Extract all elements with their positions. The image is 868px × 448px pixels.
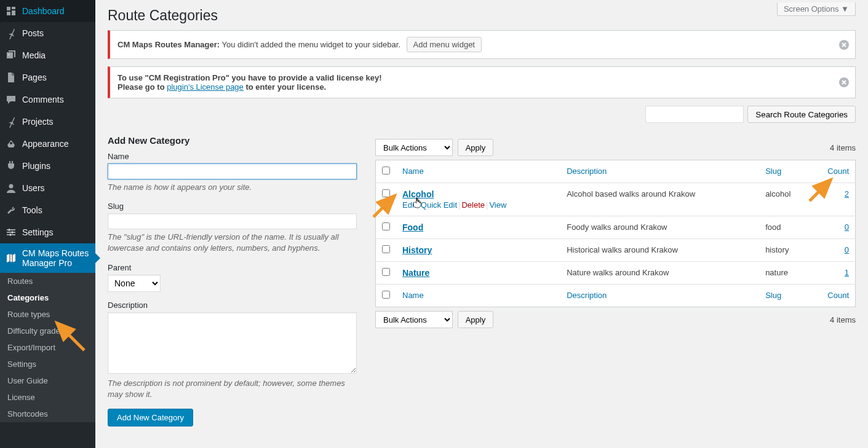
row-title-link[interactable]: Food: [402, 222, 423, 232]
menu-label: Appearance: [22, 139, 69, 149]
bulk-actions-select-bottom[interactable]: Bulk Actions: [375, 311, 453, 328]
submenu-item-routes[interactable]: Routes: [0, 273, 95, 289]
dismiss-notice-icon[interactable]: [838, 39, 850, 51]
row-checkbox[interactable]: [382, 189, 390, 197]
edit-link[interactable]: Edit: [402, 200, 416, 210]
description-textarea[interactable]: [108, 312, 357, 374]
col-name[interactable]: Name: [396, 285, 560, 307]
submenu-item-route-types[interactable]: Route types: [0, 306, 95, 323]
apply-button-top[interactable]: Apply: [458, 139, 494, 156]
row-count-link[interactable]: 0: [845, 245, 849, 254]
row-title-link[interactable]: Nature: [402, 268, 429, 278]
row-title-link[interactable]: Alcohol: [402, 189, 434, 199]
svg-rect-8: [10, 234, 11, 236]
select-all-bottom[interactable]: [382, 291, 390, 299]
row-checkbox[interactable]: [382, 245, 390, 253]
row-count-link[interactable]: 0: [845, 222, 849, 232]
row-description: Historical walks around Krakow: [560, 239, 759, 262]
name-hint: The name is how it appears on your site.: [108, 182, 357, 193]
row-slug: alcohol: [759, 183, 812, 216]
submenu-item-license[interactable]: License: [0, 389, 95, 406]
row-count-link[interactable]: 1: [845, 268, 849, 277]
view-link[interactable]: View: [489, 200, 506, 210]
submenu-item-settings[interactable]: Settings: [0, 356, 95, 372]
menu-label: Pages: [22, 73, 47, 82]
notice-license: To use "CM Registration Pro" you have to…: [108, 66, 856, 98]
menu-item-media[interactable]: Media: [0, 44, 95, 66]
form-heading: Add New Category: [108, 135, 357, 146]
row-count-link[interactable]: 2: [845, 189, 849, 198]
menu-item-posts[interactable]: Posts: [0, 22, 95, 44]
map-icon: [5, 252, 17, 264]
submenu-item-shortcodes[interactable]: Shortcodes: [0, 406, 95, 422]
submenu-item-user-guide[interactable]: User Guide: [0, 372, 95, 389]
menu-item-plugins[interactable]: Plugins: [0, 155, 95, 177]
menu-label: CM Maps Routes Manager Pro: [22, 248, 90, 268]
slug-input[interactable]: [108, 213, 357, 229]
items-count-top: 4 items: [830, 143, 856, 152]
add-category-button[interactable]: Add New Category: [108, 409, 193, 426]
screen-options-toggle[interactable]: Screen Options ▼: [777, 2, 856, 16]
col-name[interactable]: Name: [396, 160, 560, 183]
menu-label: Tools: [22, 205, 42, 215]
delete-link[interactable]: Delete: [461, 200, 485, 210]
menu-item-comments[interactable]: Comments: [0, 88, 95, 111]
add-category-form: Add New Category Name The name is how it…: [108, 135, 357, 426]
svg-point-0: [8, 54, 9, 55]
table-row: HistoryHistorical walks around Krakowhis…: [376, 239, 856, 262]
category-list: Bulk Actions Apply 4 items Name Descript…: [375, 135, 856, 426]
menu-label: Users: [22, 183, 45, 193]
description-hint: The description is not prominent by defa…: [108, 378, 357, 400]
notice2-line1: To use "CM Registration Pro" you have to…: [117, 73, 382, 82]
name-input[interactable]: [108, 163, 357, 179]
notice2-line2a: Please go to: [117, 82, 167, 92]
menu-label: Plugins: [22, 161, 50, 171]
svg-point-1: [10, 142, 12, 144]
col-count[interactable]: Count: [813, 160, 856, 183]
menu-item-dashboard[interactable]: Dashboard: [0, 0, 95, 22]
parent-select[interactable]: None: [108, 275, 161, 292]
comment-icon: [5, 93, 17, 106]
row-actions: Edit|Quick Edit|Delete|View: [402, 200, 554, 210]
menu-item-pages[interactable]: Pages: [0, 66, 95, 88]
slug-label: Slug: [108, 202, 357, 211]
quick-edit-link[interactable]: Quick Edit: [421, 200, 457, 210]
notice-widget: CM Maps Routes Manager: You didin't adde…: [108, 30, 856, 59]
menu-item-settings[interactable]: Settings: [0, 221, 95, 243]
col-description[interactable]: Description: [560, 160, 759, 183]
menu-item-appearance[interactable]: Appearance: [0, 133, 95, 155]
menu-item-users[interactable]: Users: [0, 177, 95, 199]
col-count[interactable]: Count: [813, 285, 856, 307]
menu-label: Dashboard: [22, 6, 65, 16]
tools-icon: [5, 204, 17, 216]
menu-label: Media: [22, 50, 46, 60]
search-input[interactable]: [645, 106, 744, 123]
dismiss-notice-icon[interactable]: [838, 76, 850, 88]
row-checkbox[interactable]: [382, 268, 390, 276]
menu-item-tools[interactable]: Tools: [0, 199, 95, 221]
menu-item-cm-maps-routes-manager-pro[interactable]: CM Maps Routes Manager Pro: [0, 243, 95, 273]
menu-label: Posts: [22, 28, 44, 38]
select-all-top[interactable]: [382, 167, 390, 175]
col-slug[interactable]: Slug: [759, 160, 812, 183]
bulk-actions-select-top[interactable]: Bulk Actions: [375, 139, 453, 156]
row-title-link[interactable]: History: [402, 245, 432, 255]
row-checkbox[interactable]: [382, 222, 390, 230]
col-slug[interactable]: Slug: [759, 285, 812, 307]
submenu-item-difficulty-grades[interactable]: Difficulty grades: [0, 323, 95, 339]
license-page-link[interactable]: plugin's License page: [167, 82, 244, 92]
name-label: Name: [108, 152, 357, 161]
pin-icon: [5, 27, 17, 39]
menu-label: Projects: [22, 117, 54, 127]
col-description[interactable]: Description: [560, 285, 759, 307]
search-button[interactable]: Search Route Categories: [747, 106, 856, 123]
submenu-item-export-import[interactable]: Export/Import: [0, 339, 95, 356]
menu-item-projects[interactable]: Projects: [0, 111, 95, 133]
notice-strong: CM Maps Routes Manager:: [117, 40, 220, 49]
apply-button-bottom[interactable]: Apply: [458, 311, 494, 328]
table-row: AlcoholEdit|Quick Edit|Delete|ViewAlcoho…: [376, 183, 856, 216]
add-menu-widget-button[interactable]: Add menu widget: [407, 37, 482, 52]
appearance-icon: [5, 138, 17, 150]
dashboard-icon: [5, 5, 17, 17]
submenu-item-categories[interactable]: Categories: [0, 289, 95, 306]
